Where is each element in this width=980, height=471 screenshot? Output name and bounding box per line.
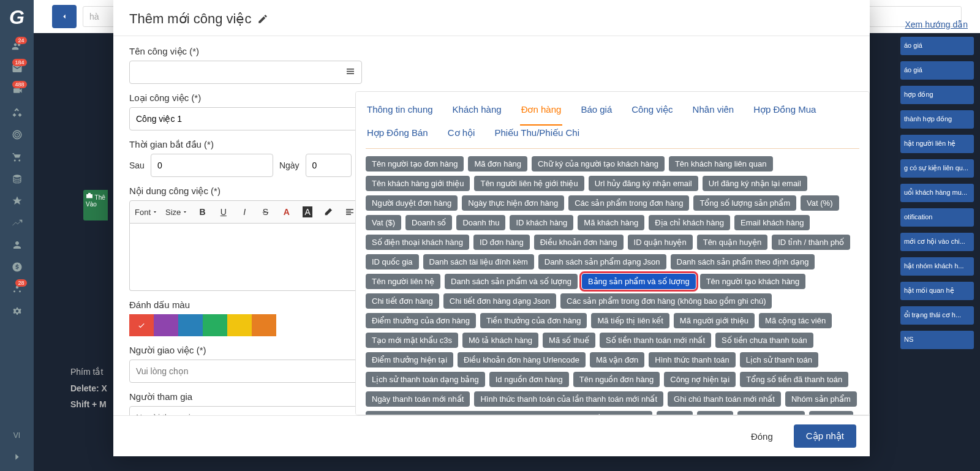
bg-action-card[interactable]: áo giá (900, 61, 974, 80)
participant-input[interactable] (129, 406, 362, 415)
variable-tag[interactable]: ID khách hàng (510, 215, 573, 230)
variable-tag[interactable]: Danh sách sản phẩm dạng Json (538, 254, 666, 269)
variable-tag[interactable]: Số tiền thanh toán mới nhất (600, 333, 711, 348)
color-swatch[interactable] (252, 314, 276, 336)
variable-tag[interactable]: Url đăng ký nhận lại email (703, 176, 807, 191)
variable-tag[interactable]: Mã vận đơn (590, 352, 644, 367)
rail-icon-user[interactable] (5, 234, 29, 256)
variable-tag[interactable]: Trường number (737, 411, 805, 415)
variable-tag[interactable]: Danh sách sản phẩm theo định dạng (671, 254, 815, 269)
rail-icon-target[interactable] (5, 124, 29, 146)
rail-icon-bullhorn[interactable]: 488 (5, 80, 29, 102)
bg-action-card[interactable]: áo giá (900, 37, 974, 55)
rail-icon-dollar[interactable] (5, 256, 29, 278)
variable-tag[interactable]: trường hi (809, 411, 853, 415)
variable-tag[interactable]: ID tỉnh / thành phố (772, 235, 850, 250)
variable-tag[interactable]: Ngày thực hiện đơn hàng (462, 195, 564, 211)
rail-icon-cart[interactable] (5, 146, 29, 168)
bg-action-card[interactable]: hợp đồng (900, 86, 974, 104)
tab-phiếu-thu/phiếu-chi[interactable]: Phiếu Thu/Phiếu Chi (493, 122, 581, 143)
variable-tag[interactable]: Tên người tạo khách hàng (700, 274, 806, 289)
variable-tag[interactable]: Ghi chú thanh toán mới nhất (668, 391, 781, 407)
rail-icon-handshake[interactable] (5, 102, 29, 124)
type-input[interactable] (129, 107, 362, 130)
variable-tag[interactable]: Tạo mới mật khẩu c3s (366, 333, 458, 348)
name-input[interactable] (129, 61, 362, 84)
variable-tag[interactable]: Khách hàng dùng dịch vụ tại nhà hàng Gar… (366, 411, 652, 415)
variable-tag[interactable]: Địa chỉ khách hàng (649, 215, 730, 230)
rail-icon-org[interactable]: 28 (5, 278, 29, 300)
tab-cơ-hội[interactable]: Cơ hội (447, 122, 477, 143)
variable-tag[interactable]: Danh sách tài liệu đính kèm (423, 254, 534, 269)
variable-tag[interactable]: Chi tiết đơn hàng (366, 293, 439, 309)
variable-tag[interactable]: Bảng sản phẩm và số lượng (582, 274, 696, 289)
variable-tag[interactable]: Mã người giới thiệu (674, 313, 755, 328)
guide-link[interactable]: Xem hướng dẫn (905, 20, 968, 29)
bg-action-card[interactable]: hật mối quan hệ (900, 282, 974, 300)
variable-tag[interactable]: Tổng số tiền đã thanh toán (740, 372, 848, 387)
tab-hợp-đồng-bán[interactable]: Hợp Đồng Bán (366, 122, 429, 143)
bg-action-card[interactable]: mới cơ hội vào chi... (900, 233, 974, 251)
variable-tag[interactable]: Các sản phẩm trong đơn hàng (không bao g… (560, 293, 772, 309)
editor-body[interactable] (129, 224, 362, 291)
lang-toggle[interactable]: VI (13, 424, 20, 447)
variable-tag[interactable]: Tên khách hàng liên quan (669, 156, 773, 171)
rail-icon-coins[interactable] (5, 168, 29, 190)
bg-action-card[interactable]: NS (900, 331, 974, 349)
variable-tag[interactable]: Id nguồn đơn hàng (489, 372, 569, 387)
days-input[interactable] (306, 154, 352, 177)
variable-tag[interactable]: Vat (%) (801, 195, 839, 211)
list-icon[interactable] (345, 66, 356, 79)
variable-tag[interactable]: Doanh số (405, 215, 452, 230)
expand-rail-icon[interactable] (12, 447, 22, 471)
variable-tag[interactable]: Lịch sử thanh toán (740, 352, 818, 367)
variable-tag[interactable]: Ngày thanh toán mới nhất (366, 391, 470, 407)
variable-tag[interactable]: Mã số thuế (543, 333, 595, 348)
align-button[interactable] (343, 205, 356, 219)
variable-tag[interactable]: Tiền thưởng của đơn hàng (480, 313, 587, 328)
variable-tag[interactable]: Hình thức thanh toán của lần thanh toán … (474, 391, 663, 407)
variable-tag[interactable]: Tên nguồn đơn hàng (573, 372, 660, 387)
strike-button[interactable]: S (258, 205, 272, 219)
edit-icon[interactable] (257, 13, 268, 24)
variable-tag[interactable]: Lịch sử thanh toán dạng bảng (366, 372, 485, 387)
tab-nhân-viên[interactable]: Nhân viên (692, 99, 736, 120)
variable-tag[interactable]: Tên quận huyện (697, 235, 768, 250)
bg-action-card[interactable]: hật người liên hệ (900, 135, 974, 153)
bg-action-card[interactable]: hật nhóm khách h... (900, 257, 974, 276)
color-swatch[interactable] (227, 314, 252, 336)
variable-tag[interactable]: Số điện thoại khách hàng (366, 235, 469, 250)
back-button[interactable] (52, 5, 77, 28)
variable-tag[interactable]: Công nợ hiện tại (664, 372, 736, 387)
variable-tag[interactable]: Email khách hàng (734, 215, 810, 230)
rail-icon-contacts[interactable]: 24 (5, 36, 29, 58)
tab-khách-hàng[interactable]: Khách hàng (451, 99, 503, 120)
font-select[interactable]: Font (135, 208, 158, 217)
submit-button[interactable]: Cập nhật (794, 424, 856, 448)
color-swatch[interactable] (178, 314, 203, 336)
variable-tag[interactable]: Điểm thưởng hiện tại (366, 352, 453, 367)
variable-tag[interactable]: ID quận huyện (628, 235, 693, 250)
italic-button[interactable]: I (238, 205, 251, 219)
variable-tag[interactable]: Danh sách sản phẩm và số lượng (445, 274, 578, 289)
variable-tag[interactable]: Tổng số lượng sản phẩm (693, 195, 796, 211)
underline-button[interactable]: U (217, 205, 230, 219)
variable-tag[interactable]: Điều khoản đơn hàng Urlencode (458, 352, 586, 367)
tab-đơn-hàng[interactable]: Đơn hàng (520, 99, 563, 126)
assigner-input[interactable] (129, 360, 362, 383)
variable-tag[interactable]: Chi tiết đơn hàng dạng Json (443, 293, 556, 309)
bg-action-card[interactable]: otification (900, 208, 974, 227)
bg-action-card[interactable]: g có sự kiện liên qu... (900, 159, 974, 178)
bg-action-card[interactable]: uổi khách hàng mu... (900, 184, 974, 202)
size-select[interactable]: Size (165, 208, 188, 217)
bg-color-button[interactable]: A (301, 205, 314, 219)
variable-tag[interactable]: Mã đơn hàng (468, 156, 527, 171)
variable-tag[interactable]: Số tiền chưa thanh toán (715, 333, 813, 348)
variable-tag[interactable]: Tên người liên hệ (366, 274, 440, 289)
variable-tag[interactable]: Chữ ký của người tạo khách hàng (532, 156, 665, 171)
tab-báo-giá[interactable]: Báo giá (579, 99, 613, 120)
bg-action-card[interactable]: ổi trạng thái cơ h... (900, 306, 974, 325)
rail-icon-gear[interactable] (5, 300, 29, 322)
variable-tag[interactable]: ID quốc gia (366, 254, 419, 269)
eraser-button[interactable] (322, 205, 335, 219)
